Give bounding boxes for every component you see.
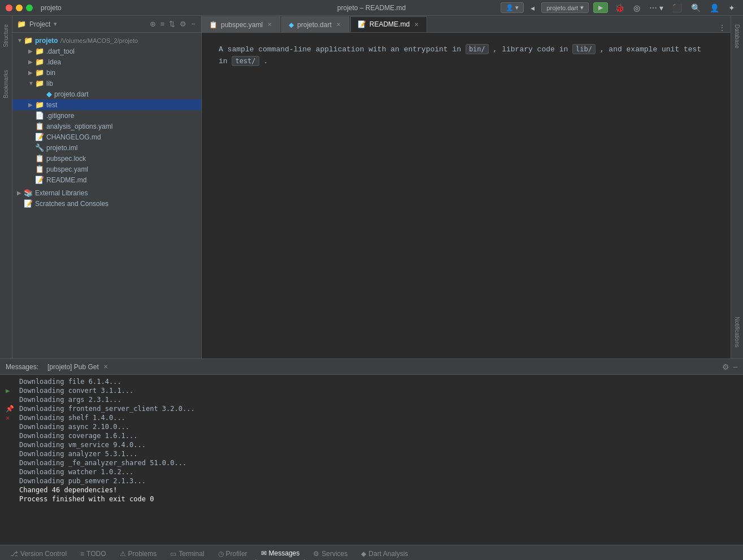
readme-text-4: . [263,57,268,65]
log-line-6: Downloading coverage 1.6.1... [0,431,743,440]
tree-item-test[interactable]: ▶ 📁 test [12,99,201,110]
tree-item-external-libraries[interactable]: ▶ 📚 External Libraries [12,187,201,198]
sidebar-close-button[interactable]: − [190,19,197,29]
sort-button[interactable]: ⇅ [168,19,176,29]
vc-icon: ⎇ [10,550,18,558]
editor-content: A sample command-line application with a… [202,33,731,358]
tree-item-lib[interactable]: ▼ 📁 lib [12,78,201,89]
tree-item-changelog[interactable]: ▶ 📝 CHANGELOG.md [12,132,201,142]
tab-projeto-dart[interactable]: ◆ projeto.dart ✕ [281,16,349,32]
tab-readme[interactable]: 📝 README.md ✕ [350,16,427,32]
tree-item-projeto-iml[interactable]: ▶ 🔧 projeto.iml [12,142,201,153]
tree-item-gitignore[interactable]: ▶ 📄 .gitignore [12,110,201,121]
iml-icon: 🔧 [35,143,44,152]
projeto-dart-tab-icon: ◆ [289,21,294,29]
stop-button[interactable]: ⬛ [670,2,684,14]
tab-pubspec-yaml[interactable]: 📋 pubspec.yaml ✕ [202,16,280,32]
maximize-button[interactable] [26,5,33,11]
log-icon-4: ✕ [6,414,15,422]
pub-get-tab-close[interactable]: ✕ [103,364,108,370]
structure-tab[interactable]: Structure [1,19,11,53]
search-button[interactable]: 🔍 [689,2,703,14]
tab-todo[interactable]: ≡ TODO [75,546,111,561]
run-config-button[interactable]: projeto.dart ▾ [541,2,589,13]
gitignore-icon: 📄 [35,111,44,120]
readme-label: README.md [46,176,86,184]
log-line-5: Downloading async 2.10.0... [0,422,743,431]
settings-icon[interactable]: ✦ [726,2,737,14]
pubspec-lock-icon: 📋 [35,154,44,163]
messages-settings-button[interactable]: ⚙ [722,362,729,371]
projeto-dart-tab-close[interactable]: ✕ [335,21,342,28]
dart-tool-icon: 📁 [35,47,44,55]
back-button[interactable]: ◂ [528,2,537,14]
root-path: /Volumes/MACOS_2/projeto [60,37,138,44]
tree-item-scratches[interactable]: ▶ 📝 Scratches and Consoles [12,198,201,209]
tab-services[interactable]: ⚙ Services [307,546,353,561]
readme-tab-close[interactable]: ✕ [413,21,420,28]
vcs-button[interactable]: 👤 ▾ [501,2,524,13]
user-avatar[interactable]: 👤 [707,2,722,14]
messages-tab-label: Messages [269,549,300,557]
pubspec-lock-label: pubspec.lock [46,155,86,163]
messages-panel: Messages: [projeto] Pub Get ✕ ⚙ − Downlo… [0,358,743,545]
tree-item-projeto-dart[interactable]: ▶ ◆ projeto.dart [12,89,201,99]
root-arrow: ▼ [17,37,24,43]
add-content-button[interactable]: ⊕ [149,19,157,29]
notifications-tab[interactable]: Notifications [732,311,742,353]
tree-root[interactable]: ▼ 📁 projeto /Volumes/MACOS_2/projeto [12,35,201,46]
messages-header: Messages: [projeto] Pub Get ✕ ⚙ − [0,359,743,375]
log-line-4: ✕ Downloading shelf 1.4.0... [0,413,743,422]
tab-version-control[interactable]: ⎇ Version Control [5,546,72,561]
sidebar-settings-button[interactable]: ⚙ [179,19,188,29]
editor-tab-actions: ⋮ [718,23,731,32]
tab-problems[interactable]: ⚠ Problems [114,546,163,561]
tab-profiler[interactable]: ◷ Profiler [212,546,253,561]
readme-code-3: test/ [232,56,259,66]
tab-terminal[interactable]: ▭ Terminal [164,546,210,561]
tab-messages[interactable]: ✉ Messages [255,546,306,561]
traffic-lights: projeto [6,4,62,12]
tree-item-bin[interactable]: ▶ 📁 bin [12,67,201,78]
gitignore-label: .gitignore [46,112,74,120]
recent-files-button[interactable]: ⋮ [718,23,726,32]
minimize-button[interactable] [16,5,23,11]
tree-item-dart-tool[interactable]: ▶ 📁 .dart_tool [12,46,201,56]
log-line-8: Downloading analyzer 5.3.1... [0,449,743,458]
folder-icon: 📁 [17,20,26,28]
close-button[interactable] [6,5,12,11]
readme-tab-icon: 📝 [358,20,366,28]
debug-button[interactable]: 🐞 [612,2,627,14]
scratches-label: Scratches and Consoles [35,200,108,208]
todo-icon: ≡ [80,550,84,558]
tab-dart-analysis[interactable]: ◆ Dart Analysis [355,546,414,561]
pubspec-yaml-tab-label: pubspec.yaml [221,21,263,29]
sidebar-dropdown-arrow[interactable]: ▾ [54,20,57,28]
vc-label: Version Control [20,550,67,558]
pubspec-yaml-tab-close[interactable]: ✕ [266,21,273,28]
problems-label: Problems [128,550,157,558]
messages-minimize-button[interactable]: − [733,362,737,371]
tree-item-readme[interactable]: ▶ 📝 README.md [12,174,201,185]
tree-item-pubspec-lock[interactable]: ▶ 📋 pubspec.lock [12,153,201,164]
changelog-icon: 📝 [35,133,44,141]
messages-tab-pub-get[interactable]: [projeto] Pub Get ✕ [43,362,112,372]
log-line-2: Downloading args 2.3.1... [0,395,743,404]
editor-tabs: 📋 pubspec.yaml ✕ ◆ projeto.dart ✕ 📝 READ… [202,16,731,33]
readme-text-2: , library code in [493,45,568,54]
tree-item-analysis-options[interactable]: ▶ 📋 analysis_options.yaml [12,121,201,132]
log-text-10: Downloading watcher 1.0.2... [19,468,133,476]
root-folder-icon: 📁 [24,36,33,45]
bookmarks-tab[interactable]: Bookmarks [1,64,11,104]
run-button[interactable]: ▶ [593,2,608,13]
collapse-all-button[interactable]: ≡ [159,19,166,29]
ext-libs-icon: 📚 [24,189,33,197]
pub-get-tab-label: [projeto] Pub Get [47,363,99,371]
more-run-button[interactable]: ⋯ ▾ [647,2,666,14]
tree-item-idea[interactable]: ▶ 📁 .idea [12,56,201,67]
tree-item-pubspec-yaml[interactable]: ▶ 📋 pubspec.yaml [12,164,201,174]
log-line-11: Downloading pub_semver 2.1.3... [0,476,743,485]
coverage-button[interactable]: ◎ [631,2,642,14]
database-tab[interactable]: Database [732,19,742,54]
window-title: projeto – README.md [337,4,406,12]
